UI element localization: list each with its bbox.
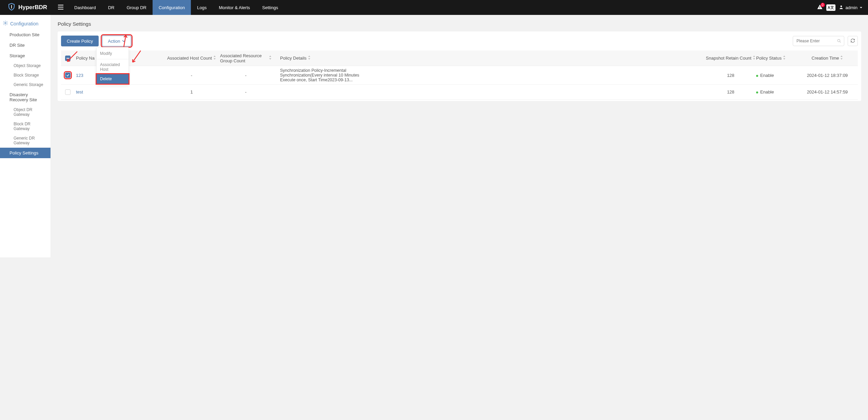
brand-text: HyperBDR [18, 4, 47, 11]
refresh-icon [850, 38, 855, 44]
sidebar-item-generic-dr-gateway[interactable]: Generic DR Gateway [0, 133, 51, 148]
brand-shield-icon [7, 3, 16, 13]
cell-snapshot-count: 128 [705, 89, 756, 94]
chevron-down-icon [122, 39, 125, 44]
refresh-button[interactable] [848, 36, 858, 46]
user-icon [839, 5, 844, 10]
create-policy-button[interactable]: Create Policy [61, 36, 99, 46]
svg-point-4 [837, 39, 840, 42]
cell-status: Enable [756, 89, 797, 94]
cell-snapshot-count: 128 [705, 73, 756, 78]
col-resource-group[interactable]: Associated Resource Group Count [220, 53, 272, 63]
sort-icon [783, 56, 786, 61]
alerts-button[interactable]: 0 [817, 4, 823, 11]
brand: HyperBDR [0, 3, 53, 13]
cell-status: Enable [756, 73, 797, 78]
col-policy-name[interactable]: Policy Na [76, 56, 95, 61]
sidebar-item-object-storage[interactable]: Object Storage [0, 61, 51, 70]
dropdown-item-delete[interactable]: Delete [97, 74, 129, 84]
user-name: admin [846, 5, 857, 10]
sort-icon [753, 56, 755, 61]
policy-table: Policy Na Associated Host Count Associat… [61, 50, 858, 100]
cell-res-group: - [217, 89, 275, 94]
sidebar-item-block-dr-gateway[interactable]: Block DR Gateway [0, 119, 51, 133]
user-menu[interactable]: admin [839, 5, 863, 10]
topbar-right: 0 A文 admin [817, 4, 868, 11]
body-layout: Configuration Production Site DR Site St… [0, 15, 868, 257]
row-checkbox[interactable] [65, 72, 71, 78]
dropdown-item-associated-host[interactable]: Associated Host [97, 60, 129, 74]
sidebar-item-block-storage[interactable]: Block Storage [0, 70, 51, 80]
nav-configuration[interactable]: Configuration [153, 0, 191, 15]
action-dropdown-menu: Modify Associated Host Delete [96, 47, 129, 85]
language-toggle[interactable]: A文 [826, 4, 835, 11]
cell-creation-time: 2024-01-12 14:57:59 [797, 89, 858, 94]
policy-name-link[interactable]: 123 [76, 73, 83, 78]
gear-icon [3, 20, 8, 27]
col-policy-status[interactable]: Policy Status [756, 56, 786, 61]
sidebar-item-production-site[interactable]: Production Site [0, 29, 51, 40]
sort-icon [269, 56, 272, 61]
nav-group-dr[interactable]: Group DR [120, 0, 153, 15]
search-wrap [793, 36, 844, 46]
caret-down-icon [860, 5, 863, 10]
sort-icon [840, 56, 843, 61]
sidebar-item-generic-storage[interactable]: Generic Storage [0, 80, 51, 89]
sidebar-header-label: Configuration [10, 21, 38, 26]
sidebar-item-policy-settings[interactable]: Policy Settings [0, 148, 51, 158]
row-checkbox[interactable] [65, 89, 71, 95]
col-snapshot-count[interactable]: Snapshot Retain Count [706, 56, 755, 61]
nav-logs[interactable]: Logs [191, 0, 213, 15]
nav-dashboard[interactable]: Dashboard [68, 0, 102, 15]
toolbar-right [793, 36, 858, 46]
cell-creation-time: 2024-01-12 18:37:09 [797, 73, 858, 78]
table-header-row: Policy Na Associated Host Count Associat… [61, 50, 858, 66]
alerts-count-badge: 0 [821, 3, 825, 7]
sort-icon [213, 56, 216, 61]
cell-host-count: - [166, 73, 217, 78]
topbar: HyperBDR Dashboard DR Group DR Configura… [0, 0, 868, 15]
cell-host-count: 1 [166, 89, 217, 94]
sidebar-item-disaster-recovery-site[interactable]: Disastery Recovery Site [0, 89, 51, 105]
select-all-checkbox[interactable] [65, 56, 71, 61]
hamburger-icon [58, 4, 64, 11]
policy-panel: Create Policy Action Modify Associated H… [58, 31, 861, 101]
svg-rect-0 [820, 6, 820, 7]
sidebar: Configuration Production Site DR Site St… [0, 15, 51, 257]
action-dropdown-button[interactable]: Action [102, 36, 131, 46]
dropdown-item-modify[interactable]: Modify [97, 49, 129, 58]
main-content: Policy Settings Create Policy Action Mod… [51, 15, 868, 257]
top-nav: Dashboard DR Group DR Configuration Logs… [68, 0, 284, 15]
col-host-count[interactable]: Associated Host Count [167, 56, 216, 61]
nav-settings[interactable]: Settings [256, 0, 284, 15]
table-row: test 1 - 128 Enable 2024-01-12 14:57:59 [61, 85, 858, 100]
svg-rect-1 [820, 8, 820, 8]
action-label: Action [108, 39, 120, 44]
cell-res-group: - [217, 73, 275, 78]
policy-name-link[interactable]: test [76, 89, 83, 94]
sidebar-item-object-dr-gateway[interactable]: Object DR Gateway [0, 105, 51, 119]
sidebar-item-dr-site[interactable]: DR Site [0, 40, 51, 50]
page-title: Policy Settings [58, 21, 861, 27]
sidebar-item-storage[interactable]: Storage [0, 50, 51, 61]
toolbar: Create Policy Action Modify Associated H… [61, 36, 858, 50]
table-row: 123 - - Synchronization Policy-Increment… [61, 66, 858, 85]
col-creation-time[interactable]: Creation Time [812, 56, 843, 61]
col-policy-details[interactable]: Policy Details [280, 56, 311, 61]
nav-dr[interactable]: DR [102, 0, 121, 15]
status-dot-icon [756, 75, 758, 77]
svg-point-3 [5, 22, 6, 24]
sidebar-header: Configuration [0, 19, 51, 29]
svg-point-2 [840, 5, 842, 7]
status-dot-icon [756, 91, 758, 93]
cell-policy-details: Synchronization Policy-Incremental Synch… [280, 68, 375, 82]
hamburger-menu-button[interactable] [53, 0, 68, 15]
sort-icon [308, 56, 311, 61]
nav-monitor-alerts[interactable]: Monitor & Alerts [213, 0, 256, 15]
dropdown-divider [97, 59, 129, 59]
